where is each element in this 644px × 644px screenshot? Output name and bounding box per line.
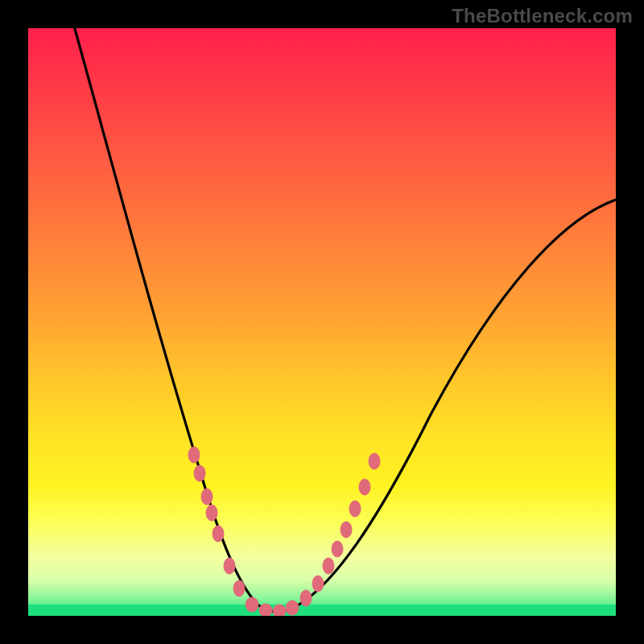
marker xyxy=(259,604,272,616)
marker xyxy=(312,576,324,592)
marker xyxy=(201,489,213,505)
marker xyxy=(332,541,343,557)
marker xyxy=(194,465,205,481)
marker xyxy=(323,558,334,574)
marker xyxy=(300,590,312,606)
marker xyxy=(188,447,200,463)
marker xyxy=(349,501,361,517)
bottleneck-curve-svg xyxy=(28,28,616,616)
marker xyxy=(341,522,352,538)
marker xyxy=(224,558,235,574)
plot-area xyxy=(28,28,616,616)
marker xyxy=(246,597,258,612)
marker xyxy=(369,453,380,469)
marker xyxy=(206,505,217,521)
marker xyxy=(359,479,370,495)
chart-frame: TheBottleneck.com xyxy=(0,0,644,644)
marker xyxy=(273,605,286,616)
watermark-text: TheBottleneck.com xyxy=(452,5,633,27)
marker xyxy=(286,601,299,615)
marker xyxy=(213,526,224,542)
data-point-markers xyxy=(188,447,380,616)
marker xyxy=(233,580,245,597)
